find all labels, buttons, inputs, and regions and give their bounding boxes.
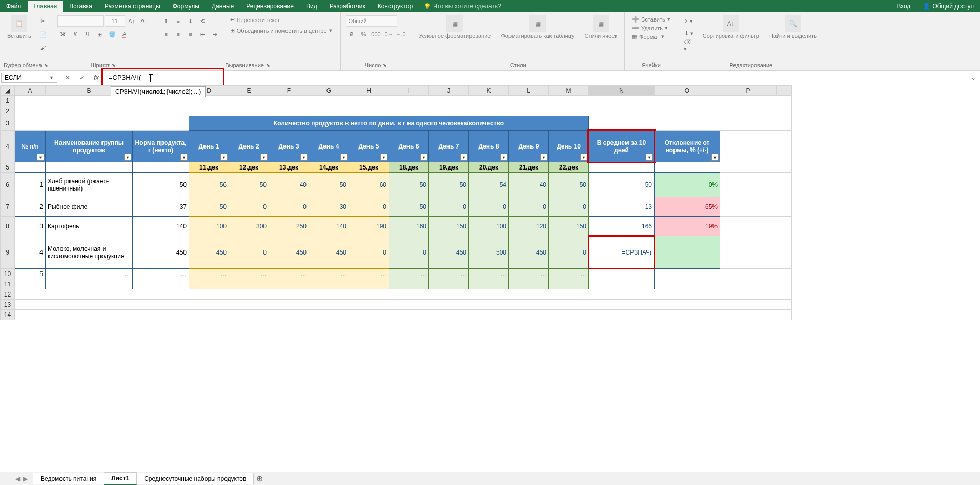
tab-insert[interactable]: Вставка <box>63 1 98 12</box>
cell[interactable]: 15.дек <box>349 162 389 173</box>
cell[interactable]: 0 <box>389 236 429 269</box>
filter-button[interactable]: ▾ <box>300 154 308 161</box>
col-header[interactable]: G <box>309 86 349 96</box>
name-box[interactable]: ЕСЛИ ▼ <box>1 73 57 83</box>
row-header[interactable]: 8 <box>1 217 15 236</box>
cell[interactable]: 100 <box>189 217 229 236</box>
active-cell[interactable]: =СРЗНАЧ( <box>589 236 655 269</box>
paste-button[interactable]: 📋 Вставить <box>3 13 35 41</box>
tab-review[interactable]: Рецензирование <box>240 1 300 12</box>
col-header[interactable]: E <box>229 86 269 96</box>
cell[interactable]: … <box>189 269 229 279</box>
filter-button[interactable]: ▾ <box>460 154 467 161</box>
cell[interactable]: 0 <box>229 236 269 269</box>
cell[interactable]: 1 <box>15 173 46 197</box>
font-size-input[interactable] <box>105 15 125 27</box>
cell[interactable]: 40 <box>509 173 549 197</box>
cell[interactable]: -65% <box>655 197 720 217</box>
cell[interactable] <box>720 279 792 289</box>
currency-button[interactable]: ₽ <box>346 29 357 40</box>
row-header[interactable]: 9 <box>1 236 15 269</box>
cell[interactable] <box>15 289 792 300</box>
cell[interactable]: 150 <box>429 217 469 236</box>
col-header[interactable]: M <box>549 86 589 96</box>
filter-button[interactable]: ▾ <box>37 154 44 161</box>
tab-view[interactable]: Вид <box>300 1 323 12</box>
conditional-formatting-button[interactable]: ▦ Условное форматирование <box>415 13 495 41</box>
cell[interactable]: 50 <box>429 173 469 197</box>
font-launcher[interactable]: ⬊ <box>112 62 116 68</box>
cell[interactable]: 190 <box>349 217 389 236</box>
merged-header-cell[interactable]: Количество продуктов в нетто по дням, в … <box>189 116 589 131</box>
alignment-launcher[interactable]: ⬊ <box>266 62 270 68</box>
italic-button[interactable]: К <box>70 29 81 40</box>
cell[interactable]: … <box>133 269 189 279</box>
cell[interactable] <box>720 162 792 173</box>
cell[interactable]: 54 <box>469 173 509 197</box>
copy-button[interactable]: 📄 <box>37 29 49 40</box>
formula-input[interactable] <box>106 73 967 82</box>
cell[interactable]: 0 <box>509 197 549 217</box>
cell[interactable] <box>655 236 720 269</box>
cell[interactable] <box>589 162 655 173</box>
indent-increase-button[interactable]: ⇥ <box>210 29 221 40</box>
cell[interactable] <box>46 279 133 289</box>
fill-button[interactable]: ⬇ ▾ <box>683 28 695 39</box>
cell[interactable]: 0 <box>549 197 589 217</box>
cell[interactable] <box>309 279 349 289</box>
cell[interactable]: … <box>469 269 509 279</box>
cell[interactable]: 0 <box>549 236 589 269</box>
tab-design[interactable]: Конструктор <box>372 1 419 12</box>
cell[interactable]: … <box>389 269 429 279</box>
cell[interactable]: 50 <box>589 173 655 197</box>
cut-button[interactable]: ✂ <box>37 15 49 27</box>
cell[interactable]: 160 <box>389 217 429 236</box>
header-cell[interactable]: День 2▾ <box>229 131 269 162</box>
borders-button[interactable]: ⊞ <box>94 29 106 40</box>
cell[interactable]: 50 <box>389 173 429 197</box>
cell[interactable] <box>15 162 46 173</box>
underline-button[interactable]: Ч <box>82 29 93 40</box>
cell[interactable] <box>15 279 46 289</box>
orientation-button[interactable]: ⟲ <box>197 15 209 27</box>
cell[interactable] <box>720 217 792 236</box>
filter-button[interactable]: ▾ <box>260 154 268 161</box>
cell[interactable]: 11.дек <box>189 162 229 173</box>
cell[interactable]: 50 <box>229 173 269 197</box>
bold-button[interactable]: Ж <box>57 29 69 40</box>
cell[interactable]: Хлеб ржаной (ржано-пшеничный) <box>46 173 133 197</box>
header-cell[interactable]: № п/п▾ <box>15 131 46 162</box>
select-all-button[interactable]: ◢ <box>1 86 15 96</box>
align-left-button[interactable]: ≡ <box>160 29 172 40</box>
cell[interactable]: 37 <box>133 197 189 217</box>
header-cell[interactable]: День 3▾ <box>269 131 309 162</box>
header-cell[interactable]: Наименование группы продуктов▾ <box>46 131 133 162</box>
row-header[interactable]: 3 <box>1 116 15 131</box>
cell[interactable] <box>389 279 429 289</box>
cell[interactable]: 19% <box>655 217 720 236</box>
cell[interactable] <box>655 269 720 279</box>
comma-button[interactable]: 000 <box>371 29 382 40</box>
col-header[interactable]: P <box>720 86 777 96</box>
cell[interactable]: … <box>509 269 549 279</box>
cell[interactable]: 3 <box>15 217 46 236</box>
cell[interactable]: … <box>549 269 589 279</box>
row-header[interactable]: 14 <box>1 310 15 320</box>
cell-styles-button[interactable]: ▦ Стили ячеек <box>581 13 621 41</box>
cell[interactable]: 140 <box>309 217 349 236</box>
decrease-font-button[interactable]: A↓ <box>138 15 150 27</box>
row-header[interactable]: 13 <box>1 300 15 310</box>
cell[interactable] <box>133 279 189 289</box>
number-launcher[interactable]: ⬊ <box>383 62 387 68</box>
insert-cells-button[interactable]: ➕Вставить▾ <box>630 15 672 23</box>
wrap-text-button[interactable]: ↩Перенести текст <box>227 15 335 24</box>
align-top-button[interactable]: ⬆ <box>160 15 172 27</box>
sort-filter-button[interactable]: A↓ Сортировка и фильтр <box>699 13 763 41</box>
header-cell[interactable]: День 7▾ <box>429 131 469 162</box>
format-painter-button[interactable]: 🖌 <box>37 42 49 53</box>
cell[interactable]: 0 <box>349 197 389 217</box>
cell[interactable]: 450 <box>189 236 229 269</box>
number-format-select[interactable] <box>346 15 397 27</box>
align-right-button[interactable]: ≡ <box>185 29 196 40</box>
tab-data[interactable]: Данные <box>206 1 240 12</box>
